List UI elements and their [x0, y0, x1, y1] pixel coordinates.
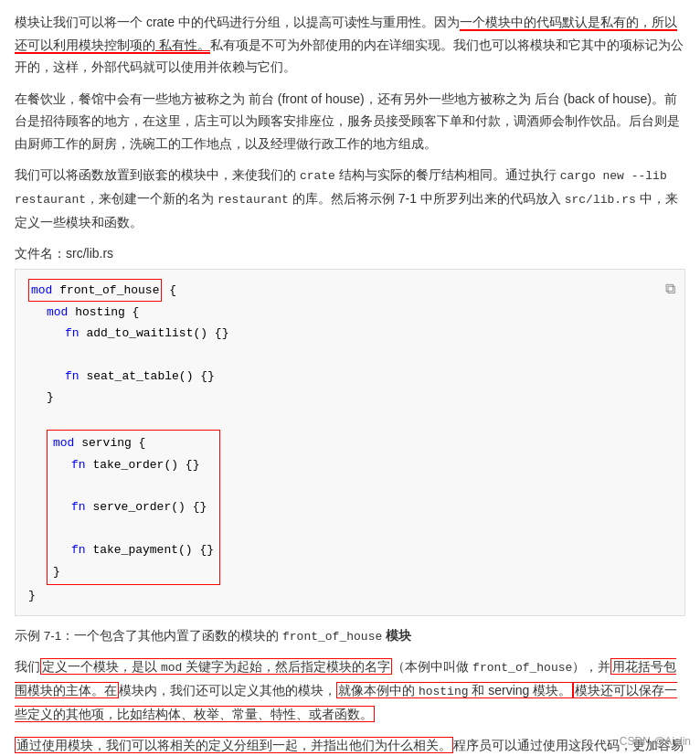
inline-code-crate: crate	[300, 169, 335, 183]
paragraph-5: 通过使用模块，我们可以将相关的定义分组到一起，并指出他们为什么相关。程序员可以通…	[15, 734, 685, 756]
code-inner-line-1: mod serving {	[53, 432, 214, 453]
code-closing-brace: }	[28, 585, 672, 606]
inline-code-restaurant: restaurant	[217, 193, 289, 207]
filename-label: 文件名：src/lib.rs	[15, 242, 685, 265]
code-inner-line-4: fn serve_order() {}	[71, 496, 214, 517]
p4-code1: front_of_house	[472, 661, 572, 675]
caption-code: front_of_house	[282, 630, 382, 644]
p4-box3: 就像本例中的 hosting 和 serving 模块。	[336, 682, 573, 698]
p1-text-before: 模块让我们可以将一个 crate 中的代码进行分组，以提高可读性与重用性。因为	[15, 15, 460, 29]
p1-highlight-1b: 私有性。	[155, 37, 210, 54]
code-line-2: mod hosting {	[47, 302, 672, 323]
paragraph-4: 我们定义一个模块，是以 mod 关键字为起始，然后指定模块的名字（本例中叫做 f…	[15, 655, 685, 725]
code-mod-keyword: mod front_of_house	[28, 279, 162, 302]
code-inner-line-end: }	[53, 561, 214, 582]
code-brace-open: {	[162, 283, 176, 297]
code-inner-line-3	[71, 475, 214, 496]
code-inner-line-6: fn take_payment() {}	[71, 539, 214, 560]
code-line-6: }	[47, 387, 672, 408]
caption-text: 示例 7-1：一个包含了其他内置了函数的模块的 front_of_house 模…	[15, 625, 685, 648]
main-content: 模块让我们可以将一个 crate 中的代码进行分组，以提高可读性与重用性。因为一…	[15, 11, 685, 756]
code-line-3: fn add_to_waitlist() {}	[65, 323, 672, 344]
code-line-1: mod front_of_house {	[28, 279, 672, 302]
code-line-4	[65, 345, 672, 366]
code-inner-box: mod serving { fn take_order() {} fn serv…	[47, 430, 220, 585]
caption-bold: 模块	[386, 629, 411, 643]
code-inner-line-2: fn take_order() {}	[71, 454, 214, 475]
paragraph-2: 在餐饮业，餐馆中会有一些地方被称之为 前台 (front of house)，还…	[15, 88, 685, 155]
paragraph-1: 模块让我们可以将一个 crate 中的代码进行分组，以提高可读性与重用性。因为一…	[15, 11, 685, 79]
p5-box: 通过使用模块，我们可以将相关的定义分组到一起，并指出他们为什么相关。	[15, 737, 453, 753]
p4-box1: 定义一个模块，是以 mod 关键字为起始，然后指定模块的名字	[40, 658, 392, 675]
code-inner-line-5	[71, 518, 214, 539]
copy-icon[interactable]: ⧉	[665, 277, 675, 303]
code-line-5: fn seat_at_table() {}	[65, 366, 672, 387]
paragraph-3: 我们可以将函数放置到嵌套的模块中，来使我们的 crate 结构与实际的餐厅结构相…	[15, 164, 685, 233]
code-block: ⧉ mod front_of_house { mod hosting { fn …	[15, 269, 685, 617]
inline-code-path: src/lib.rs	[565, 193, 636, 207]
branding-label: CSDN @Aiclin	[620, 732, 691, 751]
